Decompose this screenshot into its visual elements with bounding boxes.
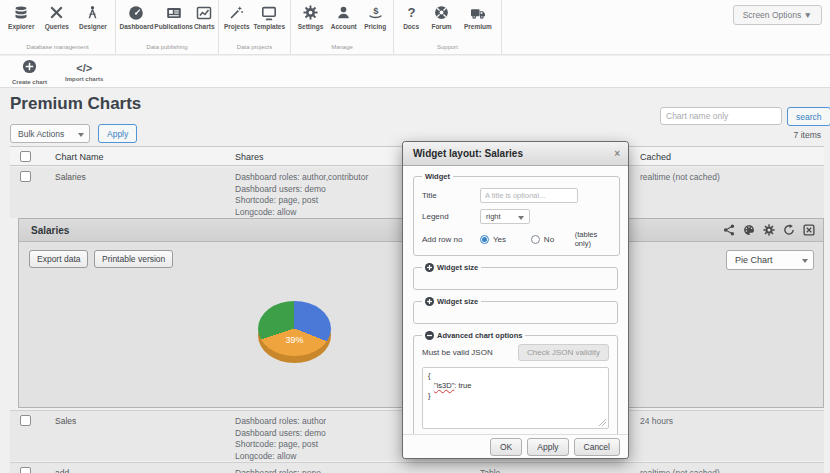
magic-wand-icon	[229, 4, 244, 21]
row-checkbox[interactable]	[20, 171, 31, 182]
apply-button[interactable]: Apply	[98, 124, 137, 143]
toolbar-item-label: Docs	[403, 23, 419, 30]
toolbar-item-charts[interactable]: Charts	[194, 4, 215, 30]
cached-cell: 24 hours	[640, 416, 673, 426]
widget-size-section-2: Widget size	[413, 297, 618, 324]
check-json-validity-button[interactable]: Check JSON validity	[518, 344, 609, 361]
screen-options-button[interactable]: Screen Options ▼	[733, 5, 822, 25]
json-key: "is3D"	[434, 381, 454, 390]
toolbar-item-projects[interactable]: Projects	[224, 4, 250, 30]
column-chart-name: Chart Name	[55, 152, 104, 162]
widget-section: Widget Title Legend right Add row no	[413, 172, 620, 256]
json-valid-label: Must be valid JSON	[422, 348, 493, 357]
widget-layout-modal: Widget layout: Salaries × Widget Title L…	[403, 142, 628, 458]
import-charts-button[interactable]: </> Import charts	[65, 61, 103, 82]
question-icon: ?	[404, 4, 419, 21]
toolbar-item-publications[interactable]: Publications	[154, 4, 193, 30]
add-row-no-radio[interactable]	[531, 235, 540, 244]
toolbar-item-templates[interactable]: Templates	[253, 4, 285, 30]
close-icon[interactable]: ×	[614, 148, 620, 159]
modal-footer: OK Apply Cancel	[403, 434, 628, 458]
toolbar-item-premium[interactable]: Premium	[464, 4, 492, 30]
printable-version-button[interactable]: Printable version	[94, 250, 173, 268]
table-row: add Dashboard roles: none Table realtime…	[10, 462, 824, 473]
widget-size-legend[interactable]: Widget size	[422, 297, 481, 306]
modal-title: Widget layout: Salaries	[413, 148, 523, 159]
chart-name[interactable]: add	[55, 468, 69, 473]
toolbar-item-label: Premium	[464, 23, 492, 30]
toolbar-item-queries[interactable]: Queries	[45, 4, 69, 30]
resize-handle[interactable]	[599, 419, 606, 426]
legend-select-value: right	[486, 212, 501, 221]
toolbar-item-label: Dashboard	[119, 23, 153, 30]
toolbar-item-docs[interactable]: ? Docs	[403, 4, 419, 30]
share-icon[interactable]	[723, 224, 735, 236]
palette-icon[interactable]	[743, 224, 755, 236]
cancel-button[interactable]: Cancel	[574, 438, 620, 456]
pie-chart: 39%	[258, 301, 331, 363]
main-toolbar: Explorer Queries Designer Database manag…	[0, 0, 830, 55]
toolbar-group-caption: Data publishing	[116, 44, 218, 50]
toolbar-item-designer[interactable]: Designer	[79, 4, 107, 30]
app-screen: Explorer Queries Designer Database manag…	[0, 0, 830, 473]
legend-label: Legend	[422, 212, 480, 221]
chart-name[interactable]: Salaries	[55, 172, 86, 182]
refresh-icon[interactable]	[783, 224, 795, 236]
close-box-icon[interactable]	[803, 224, 815, 236]
cached-cell: realtime (not cached)	[640, 172, 720, 182]
toolbar-item-label: Charts	[194, 23, 215, 30]
widget-section-legend: Widget	[422, 172, 453, 181]
widget-toolbar	[723, 224, 815, 236]
import-charts-label: Import charts	[65, 76, 103, 82]
monitor-icon	[261, 4, 277, 21]
ok-button[interactable]: OK	[490, 438, 522, 456]
row-checkbox[interactable]	[20, 467, 31, 473]
toolbar-item-dashboard[interactable]: Dashboard	[119, 4, 153, 30]
search-input[interactable]	[660, 107, 782, 125]
modal-body: Widget Title Legend right Add row no	[403, 166, 628, 434]
svg-text:$: $	[373, 6, 379, 16]
expand-icon	[425, 263, 434, 272]
id-card-icon	[166, 4, 182, 21]
column-cached: Cached	[640, 152, 671, 162]
toolbar-item-pricing[interactable]: $ Pricing	[364, 4, 386, 30]
toolbar-item-explorer[interactable]: Explorer	[8, 4, 34, 30]
toolbar-item-label: Account	[331, 23, 357, 30]
tools-icon	[49, 4, 64, 21]
widget-size-section-1: Widget size	[413, 263, 618, 290]
gear-icon	[303, 4, 318, 21]
toolbar-group-database: Explorer Queries Designer Database manag…	[0, 0, 116, 54]
chart-type-select[interactable]: Pie Chart	[726, 250, 814, 270]
toolbar-item-forum[interactable]: Forum	[431, 4, 451, 30]
widget-title: Salaries	[31, 225, 69, 236]
export-data-button[interactable]: Export data	[29, 250, 88, 268]
search-button[interactable]: search	[787, 107, 830, 126]
advanced-options-legend[interactable]: Advanced chart options	[422, 331, 525, 340]
row-checkbox[interactable]	[20, 415, 31, 426]
hand-dollar-icon: $	[368, 4, 383, 21]
apply-button[interactable]: Apply	[527, 438, 568, 456]
widget-size-legend[interactable]: Widget size	[422, 263, 481, 272]
add-row-yes-radio[interactable]	[480, 235, 489, 244]
shares-cell: Dashboard roles: none	[235, 468, 321, 473]
compass-icon	[85, 4, 100, 21]
gear-icon[interactable]	[763, 224, 775, 236]
toolbar-item-label: Designer	[79, 23, 107, 30]
chevron-down-icon	[78, 133, 84, 137]
json-options-textarea[interactable]: { "is3D": true }	[422, 367, 609, 429]
toolbar-item-settings[interactable]: Settings	[298, 4, 324, 30]
legend-select[interactable]: right	[480, 209, 530, 224]
toolbar-item-account[interactable]: Account	[331, 4, 357, 30]
chevron-down-icon	[802, 259, 808, 263]
shares-cell: Dashboard roles: author Dashboard users:…	[235, 416, 326, 462]
toolbar-group-publishing: Dashboard Publications Charts Data publi…	[116, 0, 219, 54]
toolbar-item-label: Pricing	[364, 23, 386, 30]
widget-title-input[interactable]	[480, 188, 578, 203]
select-all-checkbox[interactable]	[20, 151, 31, 162]
create-chart-button[interactable]: Create chart	[12, 59, 47, 85]
cached-cell: realtime (not cached)	[640, 468, 720, 473]
chart-name[interactable]: Sales	[55, 416, 76, 426]
bulk-actions-select[interactable]: Bulk Actions	[10, 124, 90, 143]
toolbar-group-caption: Support	[394, 44, 501, 50]
add-row-label: Add row no	[422, 235, 480, 244]
